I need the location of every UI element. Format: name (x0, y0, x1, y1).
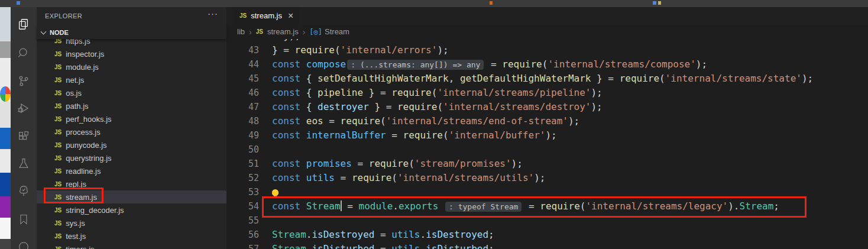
line-number: 42 (226, 39, 259, 43)
code-line-45[interactable]: 45const { setDefaultHighWaterMark, getDe… (226, 72, 868, 86)
file-name: net.js (66, 76, 84, 85)
file-item-net-js[interactable]: JSnet.js (37, 73, 226, 86)
file-item-os-js[interactable]: JSos.js (37, 86, 226, 99)
file-item-sys-js[interactable]: JSsys.js (37, 216, 226, 229)
code-line-54[interactable]: 54const Stream = module.exports : typeof… (226, 199, 868, 214)
js-file-icon: JS (54, 103, 61, 109)
background-speck (490, 1, 493, 5)
file-item-module-js[interactable]: JSmodule.js (37, 60, 226, 73)
line-number: 49 (226, 128, 259, 143)
line-number: 57 (226, 242, 259, 249)
file-item-string_decoder-js[interactable]: JSstring_decoder.js (37, 203, 226, 216)
source-control-icon[interactable] (11, 67, 37, 95)
file-name: querystring.js (66, 154, 111, 163)
js-file-icon: JS (54, 220, 61, 227)
lightbulb-icon (272, 189, 278, 196)
code-line-49[interactable]: 49const internalBuffer = require('intern… (226, 128, 868, 143)
code-line-52[interactable]: 52const utils = require('internal/stream… (226, 171, 868, 185)
breadcrumb-label: Stream (325, 27, 349, 36)
tab-stream-js[interactable]: JS stream.js × (232, 7, 299, 24)
line-number: 43 (226, 43, 259, 57)
js-file-icon: JS (54, 155, 61, 161)
file-name: test.js (66, 232, 86, 241)
file-item-path-js[interactable]: JSpath.js (37, 99, 226, 112)
folder-section-node[interactable]: NODE (37, 26, 226, 39)
file-name: process.js (66, 128, 101, 137)
code-line-42[interactable]: 42 }); (226, 39, 868, 43)
tab-close-icon[interactable]: × (288, 11, 293, 21)
breadcrumb-separator: › (303, 27, 306, 37)
editor-group: JS stream.js × lib›JSstream.js›[◎]Stream… (226, 7, 868, 249)
extensions-icon[interactable] (11, 123, 37, 150)
file-item-stream-js[interactable]: JSstream.js (37, 190, 226, 203)
breadcrumb-label: lib (237, 27, 245, 36)
file-name: https.js (66, 39, 90, 46)
tab-label: stream.js (251, 11, 282, 20)
sidebar-header: EXPLORER ··· (37, 7, 226, 25)
breadcrumb-label: stream.js (267, 27, 299, 36)
file-list: JShttps.jsJSinspector.jsJSmodule.jsJSnet… (37, 39, 226, 249)
todo-tree-icon[interactable] (11, 177, 37, 205)
inlay-hint: : typeof Stream (445, 202, 522, 212)
extension-partial-icon[interactable] (11, 234, 37, 249)
more-actions-icon[interactable]: ··· (208, 8, 218, 18)
code-line-48[interactable]: 48const eos = require('internal/streams/… (226, 114, 868, 128)
code-text: const compose: (...streams: any[]) => an… (272, 57, 707, 72)
code-line-55[interactable]: 55 (226, 214, 868, 228)
file-item-process-js[interactable]: JSprocess.js (37, 125, 226, 138)
bookmarks-icon[interactable] (11, 206, 37, 233)
code-line-50[interactable]: 50 (226, 143, 868, 157)
file-item-punycode-js[interactable]: JSpunycode.js (37, 138, 226, 151)
file-name: repl.js (66, 180, 86, 189)
file-item-test-js[interactable]: JStest.js (37, 229, 226, 242)
explorer-title: EXPLORER (45, 12, 82, 20)
breadcrumb-item-Stream[interactable]: [◎]Stream (309, 27, 349, 36)
js-file-icon: JS (54, 246, 61, 249)
breadcrumb-item-stream-js[interactable]: JSstream.js (256, 27, 299, 36)
file-name: perf_hooks.js (66, 115, 111, 124)
explorer-icon[interactable] (11, 11, 37, 38)
inlay-hint: : (...streams: any[]) => any (347, 60, 484, 70)
file-name: inspector.js (66, 50, 104, 59)
file-item-inspector-js[interactable]: JSinspector.js (37, 47, 226, 60)
background-window-sliver (0, 7, 11, 249)
code-line-51[interactable]: 51const promises = require('stream/promi… (226, 157, 868, 171)
line-number: 54 (226, 199, 259, 214)
file-item-readline-js[interactable]: JSreadline.js (37, 164, 226, 177)
breadcrumb-item-lib[interactable]: lib (237, 27, 245, 36)
line-number: 55 (226, 214, 259, 228)
file-item-perf_hooks-js[interactable]: JSperf_hooks.js (37, 112, 226, 125)
file-name: readline.js (66, 167, 101, 176)
activity-bar (11, 7, 37, 249)
js-file-icon: JS (54, 90, 61, 96)
code-line-44[interactable]: 44const compose: (...streams: any[]) => … (226, 57, 868, 72)
folder-section-label: NODE (50, 29, 69, 36)
file-name: string_decoder.js (66, 206, 124, 215)
file-item-querystring-js[interactable]: JSquerystring.js (37, 151, 226, 164)
code-line-57[interactable]: 57Stream.isDisturbed = utils.isDisturbed… (226, 242, 868, 249)
code-line-47[interactable]: 47const { destroyer } = require('interna… (226, 100, 868, 114)
code-line-46[interactable]: 46const { pipeline } = require('internal… (226, 86, 868, 100)
search-icon[interactable] (11, 39, 37, 66)
code-line-53[interactable]: 53 (226, 185, 868, 199)
explorer-sidebar: EXPLORER ··· NODE JShttps.jsJSinspector.… (37, 7, 226, 249)
vscode-window: EXPLORER ··· NODE JShttps.jsJSinspector.… (0, 0, 868, 249)
code-text (272, 185, 278, 199)
code-line-43[interactable]: 43} = require('internal/errors'); (226, 43, 868, 57)
run-debug-icon[interactable] (11, 95, 37, 122)
code-text: const internalBuffer = require('internal… (272, 128, 557, 143)
file-item-repl-js[interactable]: JSrepl.js (37, 177, 226, 190)
file-item-https-js[interactable]: JShttps.js (37, 39, 226, 47)
code-line-56[interactable]: 56Stream.isDestroyed = utils.isDestroyed… (226, 228, 868, 242)
js-file-icon: JS (54, 194, 61, 201)
line-number: 48 (226, 114, 259, 128)
js-file-icon: JS (54, 129, 61, 135)
js-file-icon: JS (54, 181, 61, 187)
symbol-class-icon: [◎] (309, 28, 322, 36)
background-window-strip (0, 0, 868, 7)
file-item-timers-js[interactable]: JStimers.js (37, 242, 226, 249)
testing-beaker-icon[interactable] (11, 150, 37, 177)
file-name: punycode.js (66, 141, 106, 150)
code-editor[interactable]: 42 });43} = require('internal/errors');4… (226, 39, 868, 249)
js-file-icon: JS (54, 116, 61, 122)
